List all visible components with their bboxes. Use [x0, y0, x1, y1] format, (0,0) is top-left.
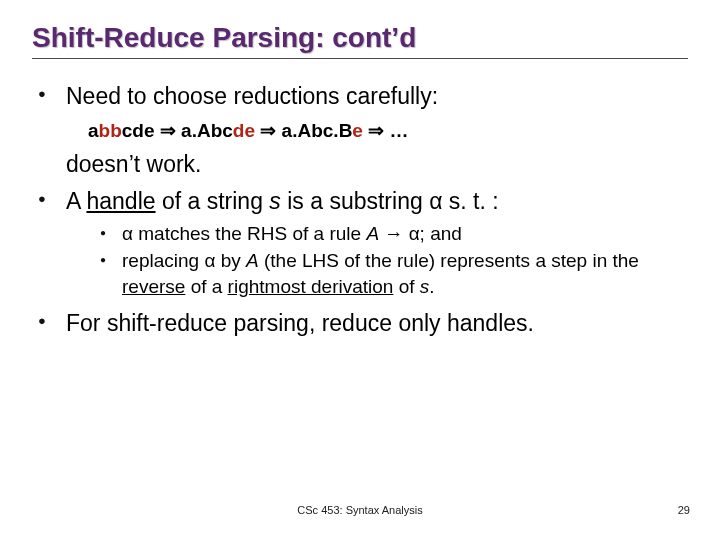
- example-derivation: abbcde ⇒ a.Abcde ⇒ a.Abc.Be ⇒ …: [88, 118, 688, 145]
- ex-arr3: ⇒ …: [363, 120, 409, 141]
- ex-w2-aAbcB: a.Abc.B: [282, 120, 353, 141]
- bullet-2: A handle of a string s is a substring α …: [38, 186, 688, 300]
- sb1-alpha2: α: [409, 223, 420, 244]
- slide: Shift-Reduce Parsing: cont’d Need to cho…: [0, 0, 720, 540]
- b2-post2: s. t. :: [442, 188, 498, 214]
- sb2-A: A: [246, 250, 259, 271]
- sb1-arrow: →: [379, 223, 409, 244]
- b2-handle: handle: [86, 188, 155, 214]
- sb2-mid2: (the LHS of the rule) represents a step …: [259, 250, 639, 271]
- b2-s: s: [269, 188, 281, 214]
- sb2-rightmost: rightmost derivation: [228, 276, 394, 297]
- b2-alpha: α: [429, 188, 442, 214]
- sb1-alpha: α: [122, 223, 133, 244]
- b2-pre: A: [66, 188, 86, 214]
- ex-w0-bb: bb: [99, 120, 122, 141]
- sb2-mid4: of: [393, 276, 419, 297]
- sb1-mid1: matches the RHS of a rule: [133, 223, 366, 244]
- ex-w0-cde: cde: [122, 120, 155, 141]
- title-underline: [32, 58, 688, 59]
- b2-post1: is a substring: [281, 188, 429, 214]
- page-number: 29: [678, 504, 690, 516]
- slide-title: Shift-Reduce Parsing: cont’d: [32, 22, 688, 54]
- sb2-alpha: α: [204, 250, 215, 271]
- sb2-pre: replacing: [122, 250, 204, 271]
- bullet-list-2: A handle of a string s is a substring α …: [38, 186, 688, 339]
- sb2-end: .: [429, 276, 434, 297]
- ex-w0-a: a: [88, 120, 99, 141]
- sub-bullet-2: replacing α by A (the LHS of the rule) r…: [100, 248, 688, 299]
- bullet-list: Need to choose reductions carefully:: [38, 81, 688, 112]
- sb2-s: s: [420, 276, 430, 297]
- ex-arr2: ⇒: [255, 120, 282, 141]
- bullet-1: Need to choose reductions carefully:: [38, 81, 688, 112]
- sb1-end: ; and: [420, 223, 462, 244]
- ex-w2-e: e: [352, 120, 363, 141]
- bullet-3: For shift-reduce parsing, reduce only ha…: [38, 308, 688, 339]
- footer-text: CSc 453: Syntax Analysis: [0, 504, 720, 516]
- bullet-3-text: For shift-reduce parsing, reduce only ha…: [66, 310, 534, 336]
- ex-arr1: ⇒: [155, 120, 182, 141]
- ex-w1-aAbc: a.Abc: [181, 120, 233, 141]
- continuation-line: doesn’t work.: [66, 149, 688, 180]
- sb2-mid3: of a: [185, 276, 227, 297]
- sb1-A: A: [366, 223, 379, 244]
- sub-bullet-1: α matches the RHS of a rule A → α; and: [100, 221, 688, 247]
- sb2-mid1: by: [215, 250, 246, 271]
- ex-w1-de: de: [233, 120, 255, 141]
- sub-bullet-list: α matches the RHS of a rule A → α; and r…: [100, 221, 688, 300]
- bullet-1-text: Need to choose reductions carefully:: [66, 83, 438, 109]
- sb2-reverse: reverse: [122, 276, 185, 297]
- b2-mid: of a string: [156, 188, 270, 214]
